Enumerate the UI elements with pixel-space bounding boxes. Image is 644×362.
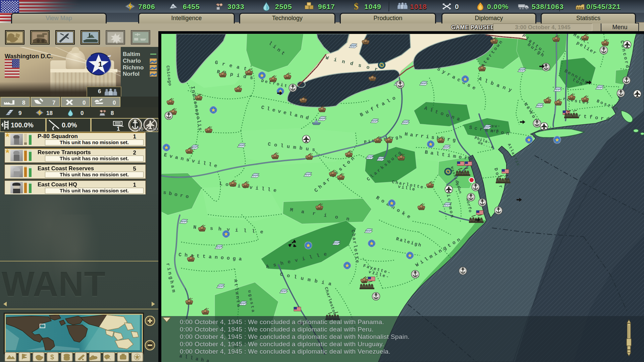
svg-text:10: 10 — [138, 126, 144, 132]
svg-text:0: 0 — [113, 100, 116, 106]
svg-text:100.0%: 100.0% — [11, 121, 34, 129]
svg-text:0: 0 — [83, 100, 86, 106]
svg-text:1: 1 — [98, 60, 102, 68]
svg-text:8: 8 — [111, 110, 114, 116]
svg-text:8: 8 — [22, 100, 25, 106]
svg-text:9: 9 — [18, 110, 21, 116]
svg-text:10: 10 — [152, 126, 158, 132]
svg-text:18: 18 — [46, 110, 53, 116]
svg-text:1: 1 — [117, 126, 120, 132]
svg-text:$: $ — [50, 353, 54, 361]
svg-text:7: 7 — [52, 100, 55, 106]
svg-text:0.0%: 0.0% — [62, 121, 77, 129]
svg-text:0: 0 — [80, 110, 84, 116]
svg-text:$: $ — [354, 1, 359, 11]
